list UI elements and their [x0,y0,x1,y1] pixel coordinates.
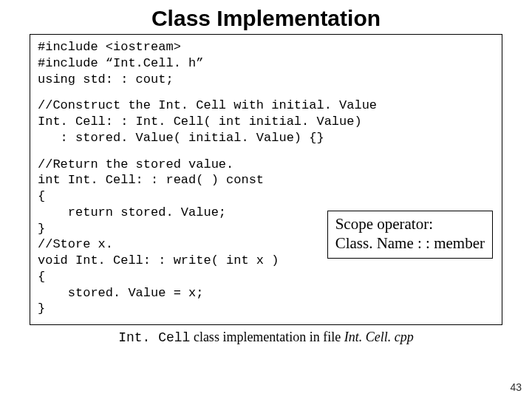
code-includes: #include <iostream> #include “Int.Cell. … [38,39,494,87]
page-number: 43 [510,381,522,393]
slide-title: Class Implementation [30,6,502,31]
caption: Int. Cell class implementation in file I… [30,330,502,345]
scope-operator-callout: Scope operator: Class. Name : : member [327,211,493,259]
caption-code-name: Int. Cell [118,330,190,345]
code-box: #include <iostream> #include “Int.Cell. … [30,34,502,325]
code-constructor: //Construct the Int. Cell with initial. … [38,98,494,146]
caption-file-name: Int. Cell. cpp [344,330,414,344]
callout-line1: Scope operator: [335,214,485,233]
callout-line2: Class. Name : : member [335,233,485,253]
caption-middle: class implementation in file [190,330,344,344]
